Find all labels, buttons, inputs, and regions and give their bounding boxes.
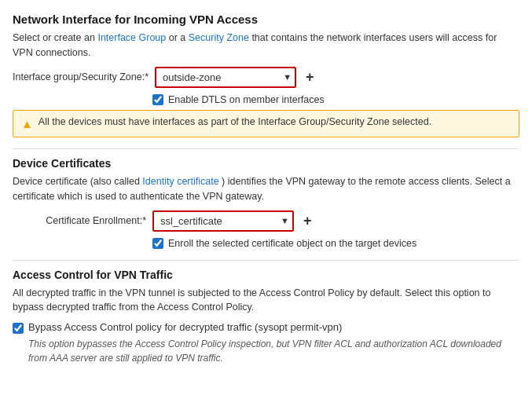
- warning-box: ▲ All the devices must have interfaces a…: [13, 110, 519, 138]
- interface-group-select[interactable]: outside-zone: [155, 67, 296, 88]
- device-certs-description: Device certificate (also called Identity…: [13, 174, 519, 204]
- enroll-cert-checkbox-row: Enroll the selected certificate object o…: [152, 238, 519, 249]
- cert-enrollment-row: Certificate Enrollment:* ssl_certificate…: [13, 210, 519, 232]
- network-interface-section: Network Interface for Incoming VPN Acces…: [13, 13, 519, 137]
- dtls-checkbox-row: Enable DTLS on member interfaces: [152, 94, 519, 105]
- bypass-checkbox[interactable]: [13, 323, 24, 334]
- bypass-checkbox-row: Bypass Access Control policy for decrypt…: [13, 321, 519, 334]
- interface-group-add-button[interactable]: +: [303, 70, 317, 84]
- network-section-title: Network Interface for Incoming VPN Acces…: [13, 13, 519, 26]
- cert-enrollment-select[interactable]: ssl_certificate: [152, 210, 294, 232]
- bypass-note: This option bypasses the Access Control …: [28, 337, 519, 365]
- cert-enrollment-add-button[interactable]: +: [300, 214, 315, 228]
- interface-group-label: Interface group/Security Zone:*: [13, 71, 149, 82]
- device-certificates-section: Device Certificates Device certificate (…: [13, 157, 519, 249]
- security-zone-link[interactable]: Security Zone: [189, 32, 249, 43]
- interface-group-select-wrapper: outside-zone ▼: [155, 67, 296, 88]
- bypass-checkbox-label: Bypass Access Control policy for decrypt…: [28, 321, 342, 333]
- access-control-section: Access Control for VPN Traffic All decry…: [13, 269, 519, 366]
- enroll-cert-checkbox-label: Enroll the selected certificate object o…: [168, 238, 416, 249]
- dtls-checkbox[interactable]: [152, 94, 163, 105]
- interface-group-link[interactable]: Interface Group: [97, 32, 166, 43]
- access-control-description: All decrypted traffic in the VPN tunnel …: [13, 286, 519, 316]
- and-text: and: [355, 338, 371, 349]
- access-control-title: Access Control for VPN Traffic: [13, 269, 519, 281]
- warning-icon: ▲: [21, 116, 33, 132]
- warning-text: All the devices must have interfaces as …: [39, 116, 431, 127]
- divider-1: [13, 148, 519, 149]
- interface-group-row: Interface group/Security Zone:* outside-…: [13, 67, 519, 88]
- network-section-description: Select or create an Interface Group or a…: [13, 31, 519, 60]
- device-certs-title: Device Certificates: [13, 157, 519, 170]
- dtls-checkbox-label: Enable DTLS on member interfaces: [168, 94, 325, 105]
- enroll-cert-checkbox[interactable]: [152, 238, 163, 249]
- cert-enrollment-select-wrapper: ssl_certificate ▼: [152, 210, 294, 232]
- cert-enrollment-label: Certificate Enrollment:*: [13, 215, 146, 226]
- identity-cert-link[interactable]: Identity certificate: [142, 176, 218, 187]
- divider-2: [13, 260, 519, 261]
